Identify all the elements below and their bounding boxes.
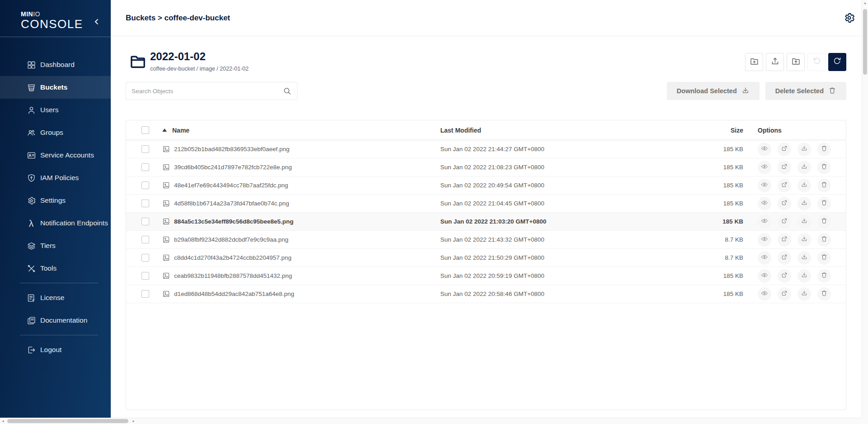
sidebar-item-iam-policies[interactable]: IAM Policies [0,167,111,189]
preview-button[interactable] [758,233,771,247]
sidebar-item-dashboard[interactable]: Dashboard [0,53,111,76]
download-button[interactable] [797,233,811,247]
row-checkbox[interactable] [142,181,149,189]
new-path-button[interactable] [745,53,763,71]
table-row[interactable]: 4d58f8b1b6714a23a73fd47bfae0b74c.png Sun… [126,195,846,213]
sidebar-item-buckets[interactable]: Buckets [0,76,111,99]
share-button[interactable] [778,143,791,156]
sidebar-item-service-accounts[interactable]: Service Accounts [0,144,111,167]
object-name[interactable]: ceab9832b11948bfb2887578dd451432.png [174,272,292,279]
breadcrumb[interactable]: Buckets > coffee-dev-bucket [126,0,230,36]
preview-button[interactable] [758,179,771,192]
share-button[interactable] [778,287,791,301]
download-button[interactable] [797,251,811,265]
delete-button[interactable] [817,233,831,247]
row-checkbox[interactable] [142,163,149,171]
object-name[interactable]: d1ed868d48b54dd29ac842ab751a64e8.png [174,291,294,297]
select-all-checkbox[interactable] [142,126,149,134]
object-name[interactable]: 212b052b1bad482fb8369533ebf0aeef.png [174,146,289,152]
share-button[interactable] [778,179,791,192]
share-button[interactable] [778,233,791,247]
sidebar-item-tiers[interactable]: Tiers [0,234,111,257]
preview-button[interactable] [758,287,771,301]
delete-button[interactable] [817,161,831,174]
preview-button[interactable] [758,215,771,229]
table-row[interactable]: c8dd4c1d270f43a2b4724ccbb2204957.png Sun… [126,249,846,267]
download-button[interactable] [797,197,811,210]
scroll-left-arrow-icon[interactable]: ◄ [1,419,5,424]
upload-file-button[interactable] [766,53,784,71]
horizontal-scrollbar-thumb[interactable] [7,419,128,423]
delete-button[interactable] [817,287,831,301]
row-checkbox[interactable] [142,200,149,207]
scroll-up-arrow-icon[interactable]: ▲ [862,1,868,5]
sidebar-item-documentation[interactable]: Documentation [0,309,111,332]
column-header-last-modified[interactable]: Last Modified [440,127,693,134]
object-name[interactable]: 39cd6b405bc241d7897e782fcb722e8e.png [174,164,292,171]
delete-button[interactable] [817,179,831,192]
sidebar-item-license[interactable]: License [0,286,111,309]
delete-button[interactable] [817,143,831,156]
vertical-scrollbar-thumb[interactable] [863,9,867,75]
column-header-size[interactable]: Size [693,127,743,134]
object-name[interactable]: b29a08fbf92342d882dcbdf7e9c9c9aa.png [174,236,288,243]
column-header-name[interactable]: Name [172,127,189,134]
download-button[interactable] [797,269,811,283]
row-checkbox[interactable] [142,254,149,262]
object-name[interactable]: c8dd4c1d270f43a2b4724ccbb2204957.png [174,254,292,261]
delete-button[interactable] [817,197,831,210]
preview-button[interactable] [758,269,771,283]
object-name[interactable]: 48e41ef7e69c443494cc78b7aaf25fdc.png [174,182,288,189]
share-button[interactable] [778,269,791,283]
sidebar-collapse-button[interactable] [91,16,103,28]
sidebar-item-groups[interactable]: Groups [0,121,111,144]
vertical-scrollbar[interactable]: ▲ [862,0,868,418]
download-button[interactable] [797,179,811,192]
search-objects-input[interactable] [132,88,283,95]
settings-gear-button[interactable] [843,12,855,24]
table-row[interactable]: 212b052b1bad482fb8369533ebf0aeef.png Sun… [126,140,846,158]
scroll-right-arrow-icon[interactable]: ► [132,419,135,424]
share-button[interactable] [778,197,791,210]
sidebar-item-logout[interactable]: Logout [0,338,111,361]
sidebar-item-users[interactable]: Users [0,99,111,121]
delete-button[interactable] [817,251,831,265]
row-checkbox[interactable] [142,236,149,243]
row-checkbox[interactable] [142,272,149,280]
download-button[interactable] [797,161,811,174]
row-checkbox[interactable] [142,218,149,225]
table-row[interactable]: d1ed868d48b54dd29ac842ab751a64e8.png Sun… [126,285,846,303]
download-selected-button[interactable]: Download Selected [667,82,760,100]
download-button[interactable] [797,143,811,156]
download-button[interactable] [797,287,811,301]
preview-button[interactable] [758,197,771,210]
download-button[interactable] [797,215,811,229]
sidebar-item-notification-endpoints[interactable]: λ Notification Endpoints [0,212,111,234]
sidebar-item-settings[interactable]: Settings [0,189,111,212]
preview-button[interactable] [758,161,771,174]
table-row[interactable]: b29a08fbf92342d882dcbdf7e9c9c9aa.png Sun… [126,231,846,249]
row-checkbox[interactable] [142,290,149,298]
horizontal-scrollbar[interactable]: ◄ ► [0,418,862,424]
object-path[interactable]: coffee-dev-bucket / image / 2022-01-02 [150,66,249,72]
table-row[interactable]: 48e41ef7e69c443494cc78b7aaf25fdc.png Sun… [126,176,846,195]
rewind-button[interactable] [807,53,826,71]
sidebar-item-tools[interactable]: Tools [0,257,111,280]
share-button[interactable] [778,215,791,229]
object-name[interactable]: 884a5c13c5e34eff89c56d8c95bee8e5.png [174,218,293,225]
row-checkbox[interactable] [142,145,149,153]
delete-button[interactable] [817,215,831,229]
upload-folder-button[interactable] [787,53,805,71]
table-row[interactable]: 884a5c13c5e34eff89c56d8c95bee8e5.png Sun… [126,213,846,231]
table-row[interactable]: ceab9832b11948bfb2887578dd451432.png Sun… [126,267,846,285]
preview-button[interactable] [758,143,771,156]
delete-selected-button[interactable]: Delete Selected [765,82,846,100]
share-button[interactable] [778,161,791,174]
refresh-button[interactable] [828,53,846,71]
share-button[interactable] [778,251,791,265]
sort-asc-icon[interactable] [162,129,167,132]
object-name[interactable]: 4d58f8b1b6714a23a73fd47bfae0b74c.png [174,200,289,207]
table-row[interactable]: 39cd6b405bc241d7897e782fcb722e8e.png Sun… [126,158,846,176]
delete-button[interactable] [817,269,831,283]
preview-button[interactable] [758,251,771,265]
